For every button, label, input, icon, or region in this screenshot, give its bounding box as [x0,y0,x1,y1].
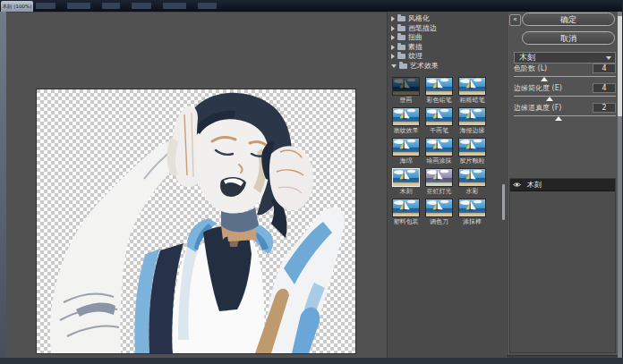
category-label: 画笔描边 [408,24,437,33]
filter-thumbnail-image [458,138,486,157]
filter-thumbnail-image [458,168,486,187]
filter-thumbnail-image [392,199,420,217]
filter-thumbnail-label: 调色刀 [425,218,453,225]
filter-category[interactable]: 素描 [388,43,507,53]
menu-item-blob[interactable] [163,3,186,9]
filter-thumbnail[interactable]: 绘画涂抹 [425,138,453,165]
filter-category[interactable]: 画笔描边 [388,24,507,34]
filter-thumbnail[interactable]: 霓虹灯光 [425,168,453,195]
slider-value-field[interactable]: 4 [593,83,616,93]
filter-thumbnail-image [425,168,453,187]
filter-select[interactable]: 木刻 [514,52,616,63]
filter-thumbnail[interactable]: 海绵 [392,138,420,165]
slider-thumb[interactable] [546,97,553,101]
filter-thumbnail-label: 塑料包装 [392,218,420,225]
folder-icon [397,35,405,40]
filter-thumbnail-label: 木刻 [392,188,420,195]
category-label: 风格化 [408,14,430,23]
filter-thumbnail[interactable]: 水彩 [458,168,486,195]
filter-thumbnail-label: 底纹效果 [392,127,420,134]
filter-category[interactable]: 扭曲 [388,33,507,43]
filter-thumbnail[interactable]: 海报边缘 [458,107,486,134]
folder-icon [397,16,405,21]
filter-thumbnail-label: 干画笔 [425,127,453,134]
menu-item-blob[interactable] [36,3,55,9]
slider-value-field[interactable]: 2 [593,103,616,113]
caret-icon [391,35,395,40]
filter-thumbnail-label: 彩色铅笔 [425,97,453,104]
document-tab[interactable]: 木刻 (100%) [1,1,33,12]
filter-thumbnail-image [425,107,453,126]
slider-value-field[interactable]: 4 [593,63,616,73]
filter-thumbnail-label: 海绵 [392,157,420,165]
filter-thumbnail-label: 粗糙蜡笔 [458,97,486,104]
effect-layer-row[interactable]: 木刻 [510,179,615,191]
filter-category[interactable]: 纹理 [388,52,507,62]
filter-thumbnail-image [425,199,453,217]
menu-bar [36,3,217,9]
slider-track[interactable] [514,115,616,116]
category-label: 素描 [408,43,422,52]
slider-row: 色阶数 (L) 4 [514,63,616,83]
filter-thumbnail[interactable]: 粗糙蜡笔 [458,77,486,104]
filter-thumbnail-label: 水彩 [458,188,486,195]
filter-thumbnail-image [425,77,453,96]
filter-select-value: 木刻 [519,53,535,62]
folder-icon [397,26,405,31]
caret-icon [391,26,395,31]
preview-image [37,89,355,353]
slider-row: 边缘简化度 (E) 4 [514,83,616,103]
window-edge-left [0,12,6,358]
filter-thumbnail-label: 胶片颗粒 [458,157,486,165]
menu-item-blob[interactable] [102,3,120,9]
titlebar: 木刻 (100%) [0,0,623,12]
filter-thumbnail[interactable]: 底纹效果 [392,107,420,134]
window-edge-bottom [0,358,623,364]
slider-row: 边缘逼真度 (F) 2 [514,103,616,123]
filter-thumbnail-image [392,107,420,126]
collapse-thumbnails-button[interactable]: « [509,14,521,26]
effect-layers-panel: 木刻 [509,178,616,353]
filter-thumbnail-label: 海报边缘 [458,127,486,134]
filter-thumbnail[interactable]: 木刻 [392,168,420,195]
filter-category[interactable]: 艺术效果 [388,62,507,72]
slider-thumb[interactable] [541,77,548,81]
menu-item-blob[interactable] [198,3,217,9]
eye-icon[interactable] [513,182,521,188]
menu-item-blob[interactable] [67,3,90,9]
category-label: 扭曲 [408,33,422,42]
slider-track[interactable] [514,76,616,77]
filter-thumbnail[interactable]: 塑料包装 [392,199,420,225]
filter-thumbnail-image [392,138,420,157]
filter-thumbnail-label: 霓虹灯光 [425,188,453,195]
filter-thumbnail[interactable]: 彩色铅笔 [425,77,453,104]
effect-layer-name: 木刻 [527,180,542,190]
filter-thumbnail[interactable]: 胶片颗粒 [458,138,486,165]
folder-icon [397,54,405,59]
filter-thumbnail[interactable]: 干画笔 [425,107,453,134]
filter-thumbnail-image [458,107,486,126]
filter-browser: 风格化 画笔描边 扭曲 素描 纹理 艺术效果 [387,12,506,358]
menu-item-blob[interactable] [132,3,151,9]
filter-gallery-window: 木刻 (100%) [0,0,623,364]
filter-category[interactable]: 风格化 [388,14,507,24]
preview-area [6,12,387,358]
caret-icon [391,64,397,68]
filter-thumbnail[interactable]: 调色刀 [425,199,453,225]
filter-thumbnail[interactable]: 壁画 [392,77,420,104]
browser-scrollbar-thumb[interactable] [502,184,505,220]
folder-icon [397,45,405,50]
filter-thumbnail-label: 绘画涂抹 [425,157,453,165]
ok-button[interactable]: 确定 [522,13,615,26]
preview-canvas[interactable] [36,89,356,354]
filter-thumbnail[interactable]: 涂抹棒 [458,199,486,225]
slider-thumb[interactable] [555,116,562,121]
filter-thumbnail-image [392,168,420,187]
category-label: 艺术效果 [410,62,439,71]
slider-track[interactable] [514,96,616,97]
filter-category-list: 风格化 画笔描边 扭曲 素描 纹理 艺术效果 [388,14,507,71]
filter-thumbnail-label: 涂抹棒 [458,218,486,225]
filter-thumbnail-image [392,77,420,96]
caret-icon [391,16,395,21]
cancel-button[interactable]: 取消 [522,31,615,45]
